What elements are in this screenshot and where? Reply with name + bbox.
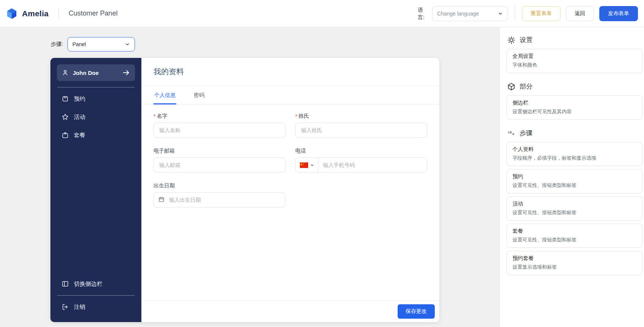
card-subtitle: 设置可见性、按钮类型和标签	[512, 182, 636, 189]
card-title: 预约套餐	[512, 255, 636, 262]
section-title-sections: 部分	[520, 82, 533, 91]
phone-field-group: 电话	[295, 148, 427, 173]
card-title: 预约	[512, 173, 636, 180]
profile-title: 我的资料	[154, 67, 184, 77]
steps-123-icon: ¹²₃	[507, 130, 516, 136]
global-settings-card[interactable]: 全局设置 字体和颜色	[506, 49, 642, 73]
section-title-steps: 步骤	[520, 129, 533, 137]
page-title: Customer Panel	[69, 9, 118, 17]
step-card-appointments[interactable]: 预约 设置可见性、按钮类型和标签	[506, 169, 642, 193]
sidebar-divider	[57, 87, 135, 87]
sidebar-item-label: 套餐	[74, 132, 85, 139]
first-name-label: 名字	[157, 113, 167, 120]
tab-personal-info[interactable]: 个人信息	[154, 86, 176, 104]
card-subtitle: 字体和颜色	[512, 62, 636, 69]
birthday-label: 出生日期	[154, 182, 175, 189]
arrow-right-icon	[122, 69, 130, 77]
card-title: 全局设置	[512, 53, 636, 60]
customer-panel-card: John Doe 预约	[50, 58, 439, 322]
sidebar-item-label: 预约	[74, 95, 85, 103]
calendar-icon	[158, 196, 165, 203]
card-subtitle: 设置侧边栏可见性及其内容	[512, 108, 636, 115]
panel-sidebar: John Doe 预约	[50, 58, 141, 322]
packages-icon	[61, 131, 69, 139]
china-flag-icon	[300, 162, 308, 168]
card-subtitle: 设置可见性、按钮类型和标签	[512, 209, 636, 216]
card-subtitle: 设置显示选项和标签	[512, 264, 636, 271]
card-title: 侧边栏	[512, 100, 636, 106]
header-divider	[515, 6, 515, 22]
step-label: 步骤:	[51, 41, 63, 48]
card-subtitle: 字段顺序，必填字段，标签和显示选项	[512, 155, 636, 162]
phone-input[interactable]	[318, 158, 427, 172]
language-label: 语言:	[418, 6, 429, 20]
email-input[interactable]	[154, 157, 285, 173]
gear-icon	[507, 36, 516, 44]
save-changes-button[interactable]: 保存更改	[398, 304, 435, 319]
email-field-group: 电子邮箱	[154, 148, 285, 173]
sidebar-section-card[interactable]: 侧边栏 设置侧边栏可见性及其内容	[506, 95, 642, 120]
amelia-logo-icon	[6, 8, 17, 19]
step-select[interactable]: Panel	[67, 37, 135, 51]
header-divider	[58, 8, 59, 19]
user-icon	[61, 69, 69, 76]
email-label: 电子邮箱	[154, 148, 175, 154]
language-select-value: Change language	[437, 11, 479, 17]
reset-form-button[interactable]: 重置表单	[522, 6, 561, 21]
toggle-sidebar-item[interactable]: 切换侧边栏	[57, 275, 135, 293]
chevron-down-icon	[125, 42, 130, 47]
profile-panel: 我的资料 个人信息 密码 * 名字	[141, 58, 439, 322]
section-title-settings: 设置	[520, 36, 533, 44]
step-card-events[interactable]: 活动 设置可见性、按钮类型和标签	[506, 196, 642, 221]
brand-name: Amelia	[22, 9, 49, 18]
publish-form-button[interactable]: 发布表单	[599, 6, 638, 21]
step-card-packages[interactable]: 套餐 设置可见性、按钮类型和标签	[506, 224, 642, 248]
cube-icon	[507, 83, 516, 91]
card-title: 套餐	[512, 228, 636, 235]
language-select[interactable]: Change language	[432, 6, 508, 21]
required-asterisk: *	[154, 113, 155, 119]
first-name-input[interactable]	[154, 123, 285, 138]
birthday-input[interactable]	[154, 192, 285, 207]
events-icon	[61, 113, 69, 121]
last-name-field-group: * 姓氏	[295, 113, 427, 138]
card-title: 个人资料	[512, 146, 636, 153]
first-name-field-group: * 名字	[154, 113, 285, 138]
toggle-sidebar-label: 切换侧边栏	[74, 280, 102, 288]
step-select-value: Panel	[72, 41, 86, 47]
sidebar-item-events[interactable]: 活动	[57, 108, 135, 126]
card-title: 活动	[512, 201, 636, 207]
chevron-down-icon	[310, 163, 314, 167]
sidebar-item-label: 活动	[74, 114, 85, 121]
tab-password[interactable]: 密码	[193, 86, 205, 104]
last-name-input[interactable]	[295, 123, 427, 138]
card-subtitle: 设置可见性、按钮类型和标签	[512, 237, 636, 243]
back-button[interactable]: 返回	[566, 6, 594, 21]
logout-icon	[61, 303, 69, 311]
step-card-booking-packages[interactable]: 预约套餐 设置显示选项和标签	[506, 251, 642, 275]
country-code-select[interactable]	[296, 158, 318, 172]
logout-label: 注销	[74, 304, 85, 311]
sidebar-item-appointments[interactable]: 预约	[57, 90, 135, 108]
chevron-down-icon	[498, 11, 503, 16]
customize-panel: 设置 全局设置 字体和颜色 部分 侧边栏 设置侧边栏可见性及其内容 ¹²₃ 步骤…	[500, 27, 644, 327]
last-name-label: 姓氏	[298, 113, 309, 120]
step-card-profile[interactable]: 个人资料 字段顺序，必填字段，标签和显示选项	[506, 142, 642, 166]
profile-tabs: 个人信息 密码	[141, 86, 439, 104]
preview-area: 步骤: Panel John Doe	[0, 27, 500, 327]
required-asterisk: *	[295, 113, 297, 119]
phone-label: 电话	[295, 148, 306, 154]
birthday-field-group: 出生日期	[154, 182, 285, 207]
sidebar-divider	[57, 295, 135, 296]
sidebar-item-packages[interactable]: 套餐	[57, 126, 135, 144]
logout-item[interactable]: 注销	[57, 298, 135, 316]
sidebar-user-name: John Doe	[73, 70, 99, 76]
top-header: Amelia Customer Panel 语言: Change languag…	[0, 0, 644, 27]
appointments-icon	[61, 95, 69, 103]
sidebar-item-profile[interactable]: John Doe	[57, 64, 135, 81]
layout-columns-icon	[61, 280, 69, 288]
